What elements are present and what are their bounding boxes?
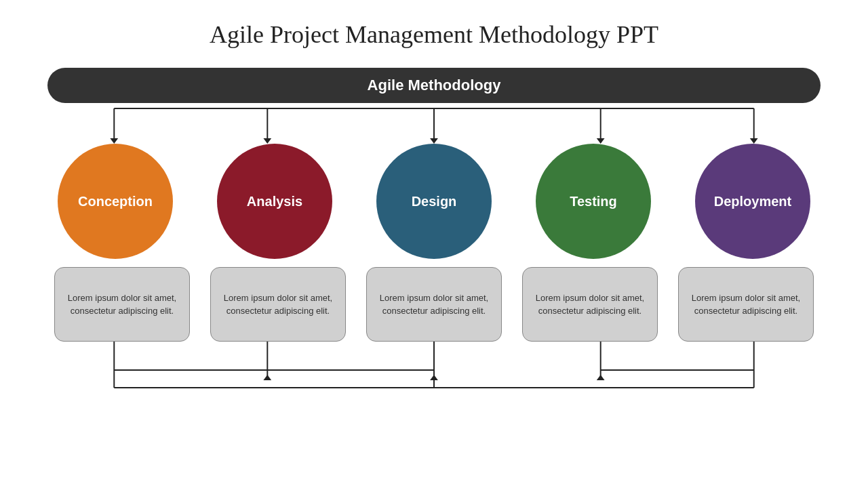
diagram-area: Agile Methodology (27, 68, 841, 474)
bottom-connectors (47, 342, 821, 396)
circle-conception-label: Conception (78, 194, 153, 209)
box-design: Lorem ipsum dolor sit amet, consectetur … (366, 267, 502, 342)
box-testing: Lorem ipsum dolor sit amet, consectetur … (522, 267, 658, 342)
circle-testing: Testing (536, 144, 651, 259)
circle-analysis-label: Analysis (247, 194, 302, 209)
svg-marker-21 (597, 375, 605, 380)
circle-testing-label: Testing (570, 194, 617, 209)
boxes-row: Lorem ipsum dolor sit amet, consectetur … (47, 267, 821, 342)
circle-design-label: Design (412, 194, 457, 209)
svg-marker-6 (430, 138, 438, 144)
main-title: Agile Project Management Methodology PPT (210, 20, 658, 49)
box-deployment-text: Lorem ipsum dolor sit amet, consectetur … (687, 291, 805, 318)
circle-conception: Conception (58, 144, 173, 259)
page: Agile Project Management Methodology PPT… (0, 0, 868, 488)
phase-analysis: Analysis (214, 144, 336, 259)
box-conception: Lorem ipsum dolor sit amet, consectetur … (54, 267, 190, 342)
phase-testing: Testing (532, 144, 654, 259)
circle-design: Design (376, 144, 492, 259)
header-bar: Agile Methodology (47, 68, 821, 103)
box-analysis-text: Lorem ipsum dolor sit amet, consectetur … (219, 291, 337, 318)
box-conception-text: Lorem ipsum dolor sit amet, consectetur … (63, 291, 181, 318)
box-design-text: Lorem ipsum dolor sit amet, consectetur … (375, 291, 493, 318)
svg-marker-8 (597, 138, 605, 144)
svg-marker-2 (110, 138, 118, 144)
header-bar-label: Agile Methodology (368, 77, 501, 94)
box-analysis: Lorem ipsum dolor sit amet, consectetur … (210, 267, 346, 342)
svg-marker-4 (263, 138, 271, 144)
circle-analysis: Analysis (217, 144, 332, 259)
top-connectors (47, 103, 821, 144)
circles-row: Conception Analysis Design Testing (47, 144, 821, 259)
svg-marker-14 (263, 375, 271, 380)
phase-conception: Conception (54, 144, 176, 259)
phase-deployment: Deployment (692, 144, 814, 259)
phase-design: Design (373, 144, 495, 259)
circle-deployment: Deployment (695, 144, 810, 259)
box-testing-text: Lorem ipsum dolor sit amet, consectetur … (531, 291, 649, 318)
circle-deployment-label: Deployment (714, 194, 791, 209)
box-deployment: Lorem ipsum dolor sit amet, consectetur … (678, 267, 814, 342)
svg-marker-10 (750, 138, 758, 144)
